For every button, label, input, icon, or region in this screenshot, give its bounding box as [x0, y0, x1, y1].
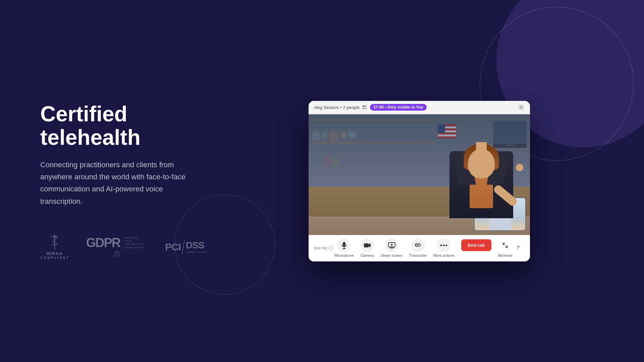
share-screen-button[interactable]: Share screen — [381, 239, 402, 257]
dss-compliant-label: COMPLIANT — [186, 250, 208, 254]
right-panel: ning Session • 2 people 37:00 • Only vis… — [235, 101, 604, 261]
transcribe-button[interactable]: Transcribe — [409, 239, 427, 257]
copy-icon[interactable] — [328, 246, 333, 250]
people-icon — [362, 105, 367, 109]
gdpr-sub-line3: REGULATION — [124, 246, 148, 249]
page-title: Certified telehealth — [40, 102, 208, 149]
hipaa-badge: HIPAA COMPLIANT — [40, 234, 69, 260]
video-header: ning Session • 2 people 37:00 • Only vis… — [309, 101, 530, 114]
more-actions-icon — [440, 244, 447, 246]
svg-rect-13 — [364, 243, 369, 247]
close-window-button[interactable]: ✕ — [518, 104, 525, 111]
timer-badge: 37:00 • Only visible to You — [370, 104, 427, 111]
main-person-figure — [449, 144, 513, 218]
hipaa-label: HIPAA — [46, 251, 63, 256]
gdpr-badge: GDPR GENERAL DATA PROTECTION REGULATION — [86, 236, 148, 258]
room-id: que-rwj — [314, 246, 333, 250]
flag-decoration — [438, 124, 456, 138]
pci-label: PCI — [165, 241, 181, 253]
gdpr-sub-line1: GENERAL — [124, 236, 148, 239]
thumbnail-body — [489, 216, 511, 230]
more-actions-button[interactable]: More actions — [433, 239, 454, 257]
flag-icon — [517, 245, 522, 251]
session-title: ning Session • 2 people — [314, 105, 367, 110]
hipaa-caduceus-icon — [47, 234, 62, 250]
svg-point-23 — [440, 244, 442, 246]
toolbar-right — [514, 243, 525, 253]
session-info: ning Session • 2 people 37:00 • Only vis… — [314, 104, 427, 111]
flag-button[interactable] — [514, 243, 525, 253]
svg-point-24 — [443, 244, 445, 246]
camera-button[interactable]: Camera — [361, 239, 374, 257]
minimise-button[interactable]: Minimise — [498, 239, 513, 257]
svg-point-6 — [363, 105, 365, 107]
minimise-icon — [502, 242, 508, 249]
svg-point-21 — [416, 244, 418, 246]
shelf-unit — [312, 119, 434, 186]
svg-point-7 — [365, 105, 367, 107]
video-toolbar: que-rwj — [309, 235, 530, 261]
share-screen-label: Share screen — [381, 253, 402, 257]
svg-point-22 — [419, 244, 420, 246]
dss-label: DSS — [186, 240, 204, 251]
transcribe-label: Transcribe — [409, 253, 427, 257]
minimise-label: Minimise — [498, 253, 513, 257]
left-panel: Certified telehealth Connecting practiti… — [40, 102, 208, 260]
hero-description: Connecting practitioners and clients fro… — [40, 159, 195, 207]
video-window: ning Session • 2 people 37:00 • Only vis… — [309, 101, 530, 261]
camera-icon — [364, 243, 371, 248]
end-call-button[interactable]: End call — [461, 239, 491, 251]
pci-dss-badge: PCI DSS COMPLIANT — [165, 239, 208, 254]
gdpr-lock-icon — [114, 249, 120, 257]
gdpr-sub-line2: DATA PROTECTION — [124, 240, 148, 246]
camera-label: Camera — [361, 253, 374, 257]
microphone-label: Microphone — [334, 253, 354, 257]
more-actions-label: More actions — [433, 253, 454, 257]
compliance-badges: HIPAA COMPLIANT GDPR GENERAL DATA PROTEC… — [40, 234, 208, 260]
microphone-icon — [341, 242, 347, 249]
svg-point-25 — [446, 244, 447, 246]
transcribe-icon — [414, 242, 422, 248]
video-main-area — [309, 114, 530, 235]
microphone-button[interactable]: Microphone — [334, 239, 354, 257]
svg-point-5 — [116, 254, 118, 255]
hipaa-compliant-label: COMPLIANT — [40, 256, 69, 260]
share-screen-icon — [388, 242, 395, 248]
gdpr-label: GDPR — [86, 236, 120, 249]
end-call-wrapper: End call . — [461, 239, 491, 256]
toolbar-center: Microphone Camera — [334, 239, 513, 257]
toolbar-left: que-rwj — [314, 246, 333, 250]
svg-rect-10 — [343, 242, 345, 246]
